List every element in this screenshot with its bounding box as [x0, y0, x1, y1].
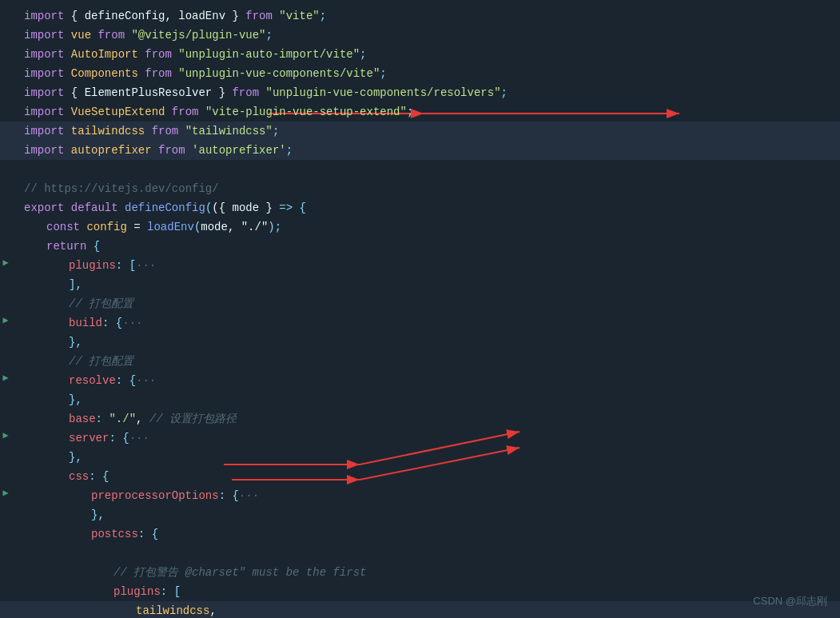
token: autoprefixer [71, 144, 152, 157]
line-content [11, 161, 840, 178]
code-line: ▶// 打包警告 @charset" must be the first [0, 563, 840, 582]
token [64, 125, 70, 138]
collapse-indicator[interactable]: ▶ [0, 314, 11, 326]
collapse-indicator: ▶ [0, 26, 11, 38]
collapse-indicator: ▶ [0, 7, 11, 19]
token [172, 67, 178, 80]
line-content: css: { [11, 468, 840, 485]
line-content: plugins: [ [11, 583, 840, 600]
token: ; [320, 10, 326, 22]
token: resolve [69, 374, 116, 387]
code-line: ▶}, [0, 505, 840, 524]
token: : [89, 470, 95, 483]
token: : [96, 413, 102, 425]
code-line: ▶// https://vitejs.dev/config/ [0, 179, 840, 198]
line-content: export default defineConfig(({ mode } =>… [11, 199, 840, 217]
token: [ [174, 585, 181, 598]
token [64, 67, 70, 80]
collapse-indicator[interactable]: ▶ [0, 257, 11, 269]
collapse-indicator: ▶ [0, 84, 11, 96]
token [64, 10, 70, 22]
token: AutoImport [71, 48, 138, 61]
token [167, 585, 173, 598]
line-content [11, 544, 840, 562]
code-line: ▶import vue from "@vitejs/plugin-vue"; [0, 26, 840, 45]
code-line: ▶// 打包配置 [0, 294, 840, 313]
code-lines: ▶import { defineConfig, loadEnv } from "… [0, 6, 840, 618]
collapse-indicator: ▶ [0, 161, 11, 173]
line-content: server: {··· [11, 429, 840, 447]
line-content: import { ElementPlusResolver } from "unp… [11, 84, 840, 102]
collapse-indicator: ▶ [0, 544, 11, 556]
collapse-indicator: ▶ [0, 525, 11, 537]
collapse-indicator: ▶ [0, 564, 11, 576]
token [145, 528, 151, 540]
token: => [279, 201, 293, 214]
token [64, 201, 70, 214]
collapse-indicator: ▶ [0, 180, 11, 192]
collapse-indicator: ▶ [0, 506, 11, 518]
line-content: }, [11, 449, 840, 466]
token: // https://vitejs.dev/config/ [24, 182, 219, 195]
token: vue [71, 29, 91, 42]
code-line: ▶}, [0, 390, 840, 409]
line-content: import Components from "unplugin-vue-com… [11, 65, 840, 82]
token: from [158, 144, 185, 157]
code-line: ▶base: "./", // 设置打包路径 [0, 409, 840, 429]
token [138, 67, 145, 80]
line-content: }, [11, 506, 840, 524]
token: base [69, 413, 96, 425]
token: ({ mode } [212, 201, 273, 214]
token: tailwindcss [71, 125, 145, 138]
line-content: return { [11, 237, 840, 255]
token: import [24, 86, 64, 99]
code-line: ▶preprocessorOptions: {··· [0, 486, 840, 505]
token: from [145, 48, 172, 61]
token: Components [71, 67, 138, 80]
code-line: ▶import Components from "unplugin-vue-co… [0, 64, 840, 83]
line-content: import { defineConfig, loadEnv } from "v… [11, 7, 840, 25]
collapse-indicator[interactable]: ▶ [0, 372, 11, 384]
code-line: ▶import VueSetupExtend from "vite-plugin… [0, 102, 840, 122]
token: // 打包警告 @charset" must be the first [113, 566, 366, 579]
token: ; [501, 86, 508, 99]
code-line: ▶}, [0, 448, 840, 467]
collapse-indicator[interactable]: ▶ [0, 429, 11, 441]
token: : [109, 432, 115, 445]
collapse-indicator: ▶ [0, 237, 11, 249]
token: "./" [109, 413, 136, 425]
token: import [24, 125, 64, 138]
token [109, 317, 115, 329]
token: ); [268, 221, 281, 233]
collapse-indicator: ▶ [0, 103, 11, 115]
token [122, 374, 129, 387]
collapse-indicator: ▶ [0, 218, 11, 230]
token: "unplugin-vue-components/resolvers" [265, 86, 500, 99]
line-content: base: "./", // 设置打包路径 [11, 410, 840, 428]
collapse-indicator: ▶ [0, 410, 11, 422]
token: // 打包配置 [69, 355, 133, 368]
token: : [138, 528, 145, 540]
line-content: // 打包配置 [11, 353, 840, 370]
line-content: import tailwindcss from "tailwindcss"; [11, 122, 840, 140]
token: "vite-plugin-vue-setup-extend" [205, 106, 407, 118]
token: from [98, 29, 125, 42]
token: ··· [239, 489, 259, 502]
code-line: ▶import autoprefixer from 'autoprefixer'… [0, 141, 840, 160]
collapse-indicator: ▶ [0, 449, 11, 461]
line-content: plugins: [··· [11, 257, 840, 274]
token: loadEnv [147, 221, 194, 233]
token: [ [129, 259, 136, 272]
watermark: CSDN @邱志刚 [753, 594, 827, 608]
code-line: ▶import tailwindcss from "tailwindcss"; [0, 122, 840, 141]
line-content: // 打包配置 [11, 295, 840, 313]
token [178, 125, 185, 138]
collapse-indicator: ▶ [0, 276, 11, 288]
token [142, 413, 149, 425]
collapse-indicator: ▶ [0, 142, 11, 154]
code-line: ▶// 打包配置 [0, 352, 840, 371]
token [122, 259, 129, 272]
collapse-indicator: ▶ [0, 583, 11, 595]
token: // 打包配置 [69, 297, 133, 310]
collapse-indicator[interactable]: ▶ [0, 487, 11, 499]
